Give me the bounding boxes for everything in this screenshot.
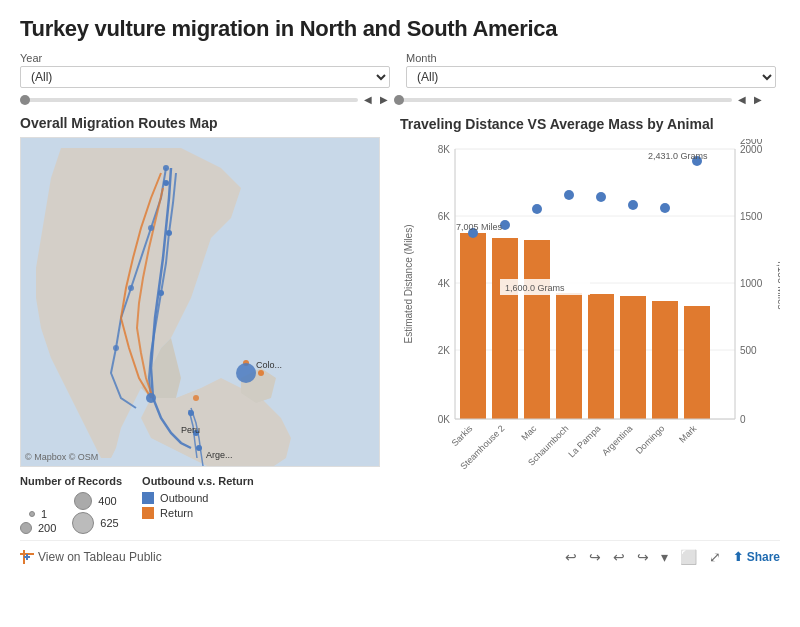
svg-rect-38 <box>460 233 486 419</box>
year-slider-left-arrow[interactable]: ◀ <box>362 94 374 105</box>
svg-point-2 <box>148 225 154 231</box>
page-title: Turkey vulture migration in North and So… <box>20 16 780 42</box>
left-panel: Overall Migration Routes Map <box>20 115 390 534</box>
svg-point-47 <box>532 204 542 214</box>
svg-point-1 <box>163 165 169 171</box>
svg-point-6 <box>163 180 169 186</box>
map-credit: © Mapbox © OSM <box>25 452 98 462</box>
svg-text:4,158 Miles: 4,158 Miles <box>776 259 780 310</box>
legend-circle-625 <box>72 512 94 534</box>
chart-svg: 0K 2K 4K 6K 8K Estimated Distance (Miles… <box>400 139 780 494</box>
svg-text:Mark: Mark <box>677 423 699 445</box>
legend-item-625: 625 <box>72 512 118 534</box>
view-tableau-link[interactable]: View on Tableau Public <box>20 550 162 564</box>
device-button[interactable]: ⬜ <box>680 549 697 565</box>
svg-point-13 <box>258 370 264 376</box>
svg-rect-42 <box>588 294 614 419</box>
month-slider-left-arrow[interactable]: ◀ <box>736 94 748 105</box>
year-slider-right-arrow[interactable]: ▶ <box>378 94 390 105</box>
month-select[interactable]: (All) <box>406 66 776 88</box>
map-container: Colo... Peru Arge... © Mapbox © OSM <box>20 137 380 467</box>
bottom-toolbar: View on Tableau Public ↩ ↪ ↩ ↪ ▾ ⬜ ⤢ ⬆ S… <box>20 540 780 565</box>
share-label: Share <box>747 550 780 564</box>
svg-text:Argentina: Argentina <box>600 424 634 458</box>
legend-label-200: 200 <box>38 522 56 534</box>
chart-title: Traveling Distance VS Average Mass by An… <box>400 115 780 133</box>
svg-rect-45 <box>684 306 710 419</box>
svg-text:2500: 2500 <box>740 139 763 146</box>
legend-item-return: Return <box>142 507 254 519</box>
map-section-title: Overall Migration Routes Map <box>20 115 390 131</box>
svg-text:6K: 6K <box>438 211 451 222</box>
svg-rect-40 <box>524 240 550 419</box>
svg-point-14 <box>193 395 199 401</box>
share-button[interactable]: ⬆ Share <box>733 550 780 564</box>
svg-text:Colo...: Colo... <box>256 360 282 370</box>
legend-label-1: 1 <box>41 508 47 520</box>
right-panel: Traveling Distance VS Average Mass by An… <box>400 115 780 534</box>
year-slider-track[interactable] <box>20 98 358 102</box>
svg-rect-72 <box>24 556 30 558</box>
share-icon: ⬆ <box>733 550 743 564</box>
svg-point-3 <box>128 285 134 291</box>
legend-label-return: Return <box>160 507 193 519</box>
legend-circle-200 <box>20 522 32 534</box>
svg-text:2K: 2K <box>438 345 451 356</box>
svg-point-9 <box>188 410 194 416</box>
svg-text:Mac: Mac <box>519 423 538 442</box>
fullscreen-button[interactable]: ⤢ <box>709 549 721 565</box>
legend-circle-400 <box>74 492 92 510</box>
tableau-icon <box>20 550 34 564</box>
redo2-button[interactable]: ↪ <box>637 549 649 565</box>
undo2-button[interactable]: ↩ <box>613 549 625 565</box>
svg-point-5 <box>146 393 156 403</box>
svg-point-11 <box>196 445 202 451</box>
main-content: Overall Migration Routes Map <box>20 115 780 534</box>
map-svg: Colo... Peru Arge... <box>21 138 380 467</box>
svg-text:0K: 0K <box>438 414 451 425</box>
svg-text:500: 500 <box>740 345 757 356</box>
svg-text:Domingo: Domingo <box>634 424 667 457</box>
svg-text:1000: 1000 <box>740 278 763 289</box>
svg-point-7 <box>166 230 172 236</box>
legend-item-400: 400 <box>74 492 116 510</box>
legend-circle-1 <box>29 511 35 517</box>
redo-button[interactable]: ↪ <box>589 549 601 565</box>
svg-text:1500: 1500 <box>740 211 763 222</box>
svg-text:1,600.0 Grams: 1,600.0 Grams <box>505 283 565 293</box>
year-filter-group: Year (All) <box>20 52 390 88</box>
filters-row: Year (All) Month (All) <box>20 52 780 88</box>
svg-text:Estimated Distance (Miles): Estimated Distance (Miles) <box>403 225 414 344</box>
svg-text:0: 0 <box>740 414 746 425</box>
month-slider-track[interactable] <box>394 98 732 102</box>
more-button[interactable]: ▾ <box>661 549 668 565</box>
svg-rect-41 <box>556 293 582 419</box>
svg-point-8 <box>158 290 164 296</box>
toolbar-right: ↩ ↪ ↩ ↪ ▾ ⬜ ⤢ ⬆ Share <box>565 549 780 565</box>
month-slider-container: ◀ ▶ <box>394 94 764 105</box>
legend-item-outbound: Outbound <box>142 492 254 504</box>
legend-area: Number of Records 1 200 <box>20 475 390 534</box>
svg-point-49 <box>596 192 606 202</box>
undo-button[interactable]: ↩ <box>565 549 577 565</box>
records-legend: Number of Records 1 200 <box>20 475 122 534</box>
year-select[interactable]: (All) <box>20 66 390 88</box>
year-slider-thumb[interactable] <box>20 95 30 105</box>
svg-text:7,005 Miles: 7,005 Miles <box>456 222 503 232</box>
svg-text:La Pampa: La Pampa <box>566 424 602 460</box>
svg-text:2,431.0 Grams: 2,431.0 Grams <box>648 151 708 161</box>
legend-label-outbound: Outbound <box>160 492 208 504</box>
routes-legend-title: Outbound v.s. Return <box>142 475 254 487</box>
svg-point-50 <box>628 200 638 210</box>
legend-item-1: 1 <box>29 508 47 520</box>
svg-rect-44 <box>652 301 678 419</box>
legend-rect-return <box>142 507 154 519</box>
legend-label-400: 400 <box>98 495 116 507</box>
month-slider-right-arrow[interactable]: ▶ <box>752 94 764 105</box>
svg-rect-43 <box>620 296 646 419</box>
svg-point-4 <box>113 345 119 351</box>
month-slider-thumb[interactable] <box>394 95 404 105</box>
routes-legend: Outbound v.s. Return Outbound Return <box>142 475 254 519</box>
month-filter-group: Month (All) <box>406 52 776 88</box>
svg-point-48 <box>564 190 574 200</box>
